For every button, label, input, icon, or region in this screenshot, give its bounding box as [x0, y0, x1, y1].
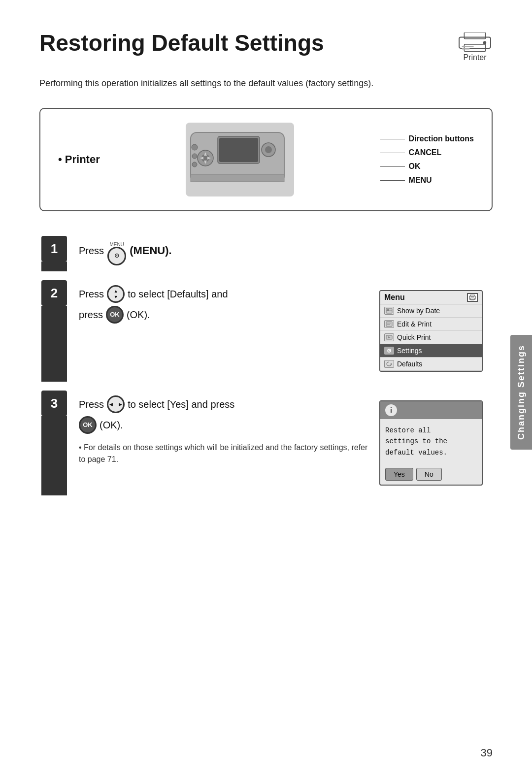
cancel-label-row: CANCEL	[380, 148, 442, 157]
yes-button: Yes	[385, 468, 413, 481]
printer-label: Printer	[463, 53, 486, 62]
step-3-row: 3 Press to select [Yes] and press OK (OK…	[39, 391, 493, 495]
menu-item-quick-print: Quick Print	[380, 331, 482, 344]
menu-item-icon-quick	[384, 333, 394, 341]
svg-point-3	[483, 41, 486, 44]
svg-rect-8	[219, 138, 258, 162]
steps-container: 1 Press MENU ⊙ (MENU). 2	[39, 236, 493, 504]
menu-item-settings: Settings	[380, 344, 482, 358]
svg-rect-24	[386, 308, 392, 313]
step-3-ok-label: (OK).	[100, 417, 123, 433]
menu-screen-title: Menu	[384, 293, 405, 302]
printer-icon	[457, 33, 493, 52]
step-2-text-area: Press to select [Defaults] and press OK …	[79, 285, 369, 324]
menu-item-edit-label: Edit & Print	[397, 320, 432, 328]
page-title: Restoring Default Settings	[39, 30, 324, 56]
step-2-press2: press	[79, 307, 103, 323]
svg-rect-4	[462, 46, 474, 47]
diagram-printer-text: • Printer	[58, 153, 100, 166]
menu-item-edit-print: Edit & Print	[380, 318, 482, 331]
step-3-badge: 3	[41, 391, 67, 416]
menu-item-defaults: Defaults	[380, 358, 482, 371]
step-3-note: • For details on those settings which wi…	[79, 442, 369, 465]
direction-buttons-label-row: Direction buttons	[380, 134, 474, 143]
svg-point-15	[265, 146, 272, 153]
step-2-number-col: 2	[39, 280, 69, 382]
step-1-content: Press MENU ⊙ (MENU).	[69, 236, 493, 270]
ok-label: OK	[409, 162, 421, 171]
menu-item-icon-settings	[384, 347, 394, 355]
step-2-content: Press to select [Defaults] and press OK …	[69, 280, 493, 382]
diagram-labels: Direction buttons CANCEL OK MENU	[380, 134, 474, 185]
cancel-label: CANCEL	[409, 148, 442, 157]
step-2-line2: press OK (OK).	[79, 306, 369, 324]
step-1-row: 1 Press MENU ⊙ (MENU).	[39, 236, 493, 271]
restore-screen-header: i	[380, 401, 482, 419]
step-3-side-image: i Restore allsettings to thedefault valu…	[369, 395, 483, 486]
step-3-ok-icon: OK	[79, 416, 97, 434]
step-3-note-text: • For details on those settings which wi…	[79, 443, 367, 463]
restore-screen-body: Restore allsettings to thedefault values…	[380, 419, 482, 464]
ok-label-row: OK	[380, 162, 421, 171]
menu-label-row: MENU	[380, 176, 432, 185]
step-2-line1: Press to select [Defaults] and	[79, 285, 369, 303]
step-2-badge: 2	[41, 280, 67, 306]
step-2-press1: Press	[79, 286, 104, 302]
menu-label: MENU	[409, 176, 432, 185]
menu-screen: Menu Show by Date	[379, 290, 483, 372]
ok-button-icon: OK	[106, 306, 124, 324]
step-3-number-col: 3	[39, 391, 69, 495]
svg-rect-27	[386, 322, 392, 327]
page-content: Restoring Default Settings Printer Perfo…	[0, 0, 532, 534]
step-3-main: Press to select [Yes] and press OK (OK).…	[79, 395, 483, 486]
step-2-row: 2 Press to select [Defaults] and press O…	[39, 280, 493, 382]
step-1-number-col: 1	[39, 236, 69, 271]
step-2-ok-label: (OK).	[127, 307, 150, 323]
title-row: Restoring Default Settings Printer	[39, 30, 493, 62]
menu-item-show-label: Show by Date	[397, 307, 440, 315]
step-3-press: Press	[79, 396, 104, 412]
menu-screen-printer-icon	[467, 293, 478, 302]
menu-item-icon-defaults	[384, 360, 394, 368]
svg-point-11	[192, 144, 198, 150]
changing-settings-tab: Changing Settings	[510, 335, 532, 450]
svg-rect-25	[387, 309, 389, 311]
step-3-line2: OK (OK).	[79, 416, 369, 434]
intro-text: Performing this operation initializes al…	[39, 77, 493, 90]
step-2-to-select: to select [Defaults] and	[128, 286, 228, 302]
step-3-text-area: Press to select [Yes] and press OK (OK).…	[79, 395, 369, 465]
menu-item-quick-label: Quick Print	[397, 333, 431, 341]
diagram-box: • Printer	[39, 108, 493, 211]
page-number: 39	[481, 747, 493, 759]
step-1-text: Press MENU ⊙ (MENU).	[79, 241, 483, 261]
no-button: No	[416, 468, 442, 481]
lr-arrow-icon	[107, 395, 125, 413]
menu-item-icon-edit	[384, 320, 394, 328]
restore-screen-buttons: Yes No	[380, 464, 482, 485]
svg-point-13	[192, 162, 197, 167]
step-2-side-image: Menu Show by Date	[369, 285, 483, 372]
svg-rect-16	[191, 174, 284, 182]
step-2-main: Press to select [Defaults] and press OK …	[79, 285, 483, 372]
svg-point-33	[389, 350, 390, 351]
step-3-to-select: to select [Yes] and press	[128, 396, 234, 412]
printer-icon-box: Printer	[457, 33, 493, 62]
step-1-menu-label: (MENU).	[130, 242, 172, 259]
svg-rect-5	[462, 48, 470, 49]
step-1-press: Press	[79, 243, 104, 259]
restore-screen: i Restore allsettings to thedefault valu…	[379, 400, 483, 486]
svg-point-12	[192, 154, 197, 159]
info-icon: i	[385, 404, 397, 416]
menu-item-show-by-date: Show by Date	[380, 304, 482, 318]
direction-buttons-label: Direction buttons	[409, 134, 474, 143]
side-tab-text: Changing Settings	[511, 335, 532, 450]
step-3-line1: Press to select [Yes] and press	[79, 395, 369, 413]
step-1-badge: 1	[41, 236, 67, 261]
svg-marker-34	[390, 363, 392, 364]
device-image	[186, 123, 294, 196]
menu-screen-header: Menu	[380, 291, 482, 304]
menu-item-defaults-label: Defaults	[397, 360, 422, 368]
menu-button-icon: MENU ⊙	[107, 241, 127, 261]
step-3-content: Press to select [Yes] and press OK (OK).…	[69, 391, 493, 495]
nav-arrow-icon	[107, 285, 125, 303]
